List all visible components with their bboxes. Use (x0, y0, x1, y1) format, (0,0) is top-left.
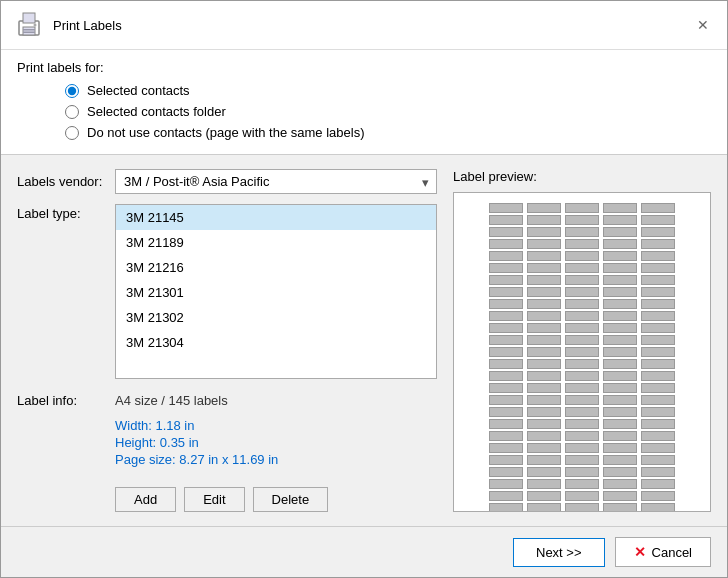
label-cell (603, 443, 637, 453)
label-cell (603, 251, 637, 261)
label-cell (527, 419, 561, 429)
label-cell (641, 275, 675, 285)
edit-button[interactable]: Edit (184, 487, 244, 512)
label-cell (565, 311, 599, 321)
label-cell (489, 443, 523, 453)
radio-no-contacts-input[interactable] (65, 126, 79, 140)
main-content: Labels vendor: 3M / Post-it® Asia Pacifi… (1, 155, 727, 526)
right-panel: Label preview: (453, 169, 711, 512)
label-cell (641, 215, 675, 225)
label-cell (641, 359, 675, 369)
label-cell (641, 239, 675, 249)
label-col (489, 203, 523, 512)
print-labels-dialog: Print Labels ✕ Print labels for: Selecte… (0, 0, 728, 578)
list-item[interactable]: 3M 21301 (116, 280, 436, 305)
label-cell (565, 347, 599, 357)
add-button[interactable]: Add (115, 487, 176, 512)
label-cell (565, 383, 599, 393)
label-cell (565, 503, 599, 512)
list-item[interactable]: 3M 21216 (116, 255, 436, 280)
label-cell (565, 443, 599, 453)
label-cell (565, 479, 599, 489)
list-item[interactable]: 3M 21304 (116, 330, 436, 355)
label-cell (527, 443, 561, 453)
label-cell (603, 323, 637, 333)
label-col (603, 203, 637, 512)
printer-icon (13, 9, 45, 41)
label-info-height: Height: 0.35 in (115, 435, 278, 450)
radio-selected-folder-input[interactable] (65, 105, 79, 119)
label-cell (641, 395, 675, 405)
label-cell (641, 467, 675, 477)
label-cell (603, 275, 637, 285)
label-cell (603, 263, 637, 273)
vendor-select[interactable]: 3M / Post-it® Asia Pacific (115, 169, 437, 194)
label-cell (641, 491, 675, 501)
close-button[interactable]: ✕ (691, 16, 715, 34)
label-cell (641, 323, 675, 333)
label-col (565, 203, 599, 512)
label-cell (527, 467, 561, 477)
label-col (641, 203, 675, 512)
label-cell (641, 287, 675, 297)
label-cell (527, 323, 561, 333)
radio-selected-contacts[interactable]: Selected contacts (65, 83, 711, 98)
label-cell (527, 251, 561, 261)
label-cell (565, 215, 599, 225)
label-cell (565, 491, 599, 501)
label-cell (565, 395, 599, 405)
label-cell (603, 227, 637, 237)
next-button[interactable]: Next >> (513, 538, 605, 567)
svg-rect-2 (23, 13, 35, 23)
label-type-row: Label type: 3M 211453M 211893M 212163M 2… (17, 204, 437, 379)
label-cell (489, 419, 523, 429)
label-cell (641, 431, 675, 441)
radio-no-contacts[interactable]: Do not use contacts (page with the same … (65, 125, 711, 140)
label-cell (603, 287, 637, 297)
label-cell (603, 311, 637, 321)
label-cell (603, 395, 637, 405)
label-cell (565, 287, 599, 297)
cancel-button[interactable]: ✕ Cancel (615, 537, 711, 567)
label-cell (489, 371, 523, 381)
label-cell (489, 467, 523, 477)
label-cell (641, 503, 675, 512)
dialog-title: Print Labels (53, 18, 122, 33)
cancel-icon: ✕ (634, 544, 646, 560)
list-item[interactable]: 3M 21189 (116, 230, 436, 255)
label-cell (489, 359, 523, 369)
label-cell (565, 431, 599, 441)
label-col (527, 203, 561, 512)
list-item[interactable]: 3M 21145 (116, 205, 436, 230)
label-type-label: Label type: (17, 204, 107, 221)
label-cell (489, 275, 523, 285)
label-cell (565, 275, 599, 285)
label-cell (489, 479, 523, 489)
preview-label: Label preview: (453, 169, 711, 184)
delete-button[interactable]: Delete (253, 487, 329, 512)
radio-group: Selected contacts Selected contacts fold… (17, 83, 711, 140)
label-cell (489, 299, 523, 309)
label-cell (565, 251, 599, 261)
label-cell (603, 479, 637, 489)
label-cell (489, 263, 523, 273)
label-cell (565, 407, 599, 417)
label-info-summary: A4 size / 145 labels (115, 393, 278, 408)
list-item[interactable]: 3M 21302 (116, 305, 436, 330)
label-cell (489, 503, 523, 512)
footer: Next >> ✕ Cancel (1, 526, 727, 577)
label-cell (489, 383, 523, 393)
label-type-listbox[interactable]: 3M 211453M 211893M 212163M 213013M 21302… (115, 204, 437, 379)
svg-point-3 (34, 24, 37, 27)
label-cell (489, 287, 523, 297)
label-cell (641, 419, 675, 429)
print-for-section: Print labels for: Selected contacts Sele… (1, 50, 727, 155)
vendor-select-wrapper[interactable]: 3M / Post-it® Asia Pacific (115, 169, 437, 194)
label-cell (641, 443, 675, 453)
label-cell (489, 431, 523, 441)
label-cell (641, 251, 675, 261)
radio-selected-contacts-input[interactable] (65, 84, 79, 98)
label-cell (527, 335, 561, 345)
radio-selected-folder[interactable]: Selected contacts folder (65, 104, 711, 119)
label-cell (641, 407, 675, 417)
